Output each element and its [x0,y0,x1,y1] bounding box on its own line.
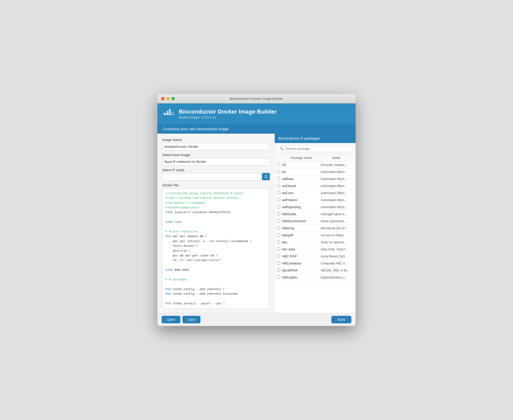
col-detail-header: Detail [321,156,352,160]
left-panel: Image Name: Select base image: Base R no… [157,134,275,313]
pkg-checkbox-cell[interactable] [275,170,282,174]
code-line-8: apt-get install -y --no-install-recommen… [166,239,266,244]
table-row[interactable]: ABCanalysis Computed ABC A... [275,260,356,267]
table-row[interactable]: abbyyR Access to Abbyy ... [275,232,356,239]
pkg-checkbox-cell[interactable] [275,177,282,181]
col-package-header: Package Name [282,156,321,160]
pkg-name: a4Classif [282,184,321,188]
pkg-checkbox[interactable] [277,226,280,230]
pkg-checkbox[interactable] [277,205,280,208]
table-row[interactable]: a4Base Automated Affym... [275,176,356,183]
pkg-checkbox-cell[interactable] [275,261,282,265]
table-row[interactable]: abc.data Data Only: Tools f... [275,246,356,253]
table-row[interactable]: ABAData Averaged gene e... [275,211,356,218]
pkg-name: A3 [282,163,321,167]
pkg-checkbox-cell[interactable] [275,268,282,273]
table-row[interactable]: a4Core Automated Affym... [275,190,356,197]
pkg-detail: Gene expression ... [321,219,352,223]
table-row[interactable]: abcdeFBA ABCDE_FBA: A-Bi... [275,267,356,274]
pkg-checkbox[interactable] [277,219,280,223]
dockerfile-section: Docker file: # Customized using Jupyter … [162,183,270,309]
pkg-checkbox-cell[interactable] [275,205,282,209]
col-check-header [275,156,282,160]
table-row[interactable]: a4Classif Automated Affym... [275,183,356,190]
code-line-11: gcc && apt-get clean && \ [166,253,266,258]
app-header: Bioconductor Docker Image Builder Docker… [157,103,356,124]
pkg-checkbox[interactable] [277,268,280,272]
search-input[interactable] [285,147,351,151]
save-button[interactable]: Save [182,316,201,323]
pkg-checkbox-cell[interactable] [275,184,282,188]
pkg-checkbox[interactable] [277,191,280,194]
table-row[interactable]: A3 Accurate, Adapta... [275,162,356,169]
pkg-checkbox[interactable] [277,275,280,279]
pkg-checkbox-cell[interactable] [275,212,282,216]
pkg-detail: Tools for Approxi... [321,240,352,244]
pkg-detail: Automated Affym... [321,191,352,195]
pkg-name: ABAData [282,212,321,216]
minimize-button[interactable] [166,97,170,100]
pkg-checkbox[interactable] [277,198,280,201]
right-panel: Bioconductor R packages 🔍 Package Name D… [275,134,356,313]
pkg-checkbox[interactable] [277,240,280,244]
dockerfile-editor[interactable]: # Customized using Jupyter Notebook R St… [162,188,270,309]
pkg-checkbox-cell[interactable] [275,240,282,244]
pkg-detail: Array Based CpG ... [321,255,352,258]
pkg-name: abcdeFBA [282,268,321,272]
pkg-checkbox-cell[interactable] [275,233,282,237]
customize-bar: Customize your own bioconductor image [157,124,356,134]
pkg-checkbox[interactable] [277,170,280,173]
pkg-checkbox-cell[interactable] [275,219,282,223]
table-row[interactable]: a4 Automated Affym... [275,169,356,176]
table-row[interactable]: a4Reporting Automated Affym... [275,204,356,211]
code-line-16: RUN conda config --add channels bioconda [166,292,266,296]
pkg-checkbox[interactable] [277,233,280,237]
table-header: Package Name Detail [275,155,356,162]
bottom-bar: Open Save Build [157,313,356,326]
pkg-checkbox[interactable] [277,261,280,265]
pkg-detail: Implementation o... [321,276,352,279]
pkg-checkbox-cell[interactable] [275,275,282,280]
pkg-checkbox-cell[interactable] [275,254,282,258]
pkg-checkbox-cell[interactable] [275,163,282,167]
code-line-1: # Customized using Jupyter Notebook R St… [166,191,266,201]
pkg-checkbox[interactable] [277,177,280,180]
table-row[interactable]: a4Preproc Automated Affym... [275,197,356,204]
table-row[interactable]: abc Tools for Approxi... [275,239,356,246]
pkg-checkbox[interactable] [277,247,280,251]
code-line-blank5 [166,282,266,287]
image-name-input[interactable] [162,143,270,150]
pkg-checkbox-cell[interactable] [275,191,282,195]
code-line-15: RUN conda config --add channels r [166,287,266,292]
table-row[interactable]: ABAEnrichment Gene expression ... [275,218,356,225]
search-input-wrapper: 🔍 [277,145,353,152]
pkg-checkbox-cell[interactable] [275,226,282,230]
code-line-17: RUN conda install --quiet --yes \ [166,301,266,306]
search-box: 🔍 [275,143,356,155]
pkg-checkbox[interactable] [277,163,280,166]
pkg-checkbox[interactable] [277,184,280,187]
pkg-detail: Automated Affym... [321,205,352,209]
r-script-input[interactable] [162,173,260,181]
base-image-select[interactable]: Base R notebook for Binder [162,158,270,165]
r-script-browse-button[interactable]: ☰ [262,173,270,180]
pkg-checkbox[interactable] [277,254,280,258]
pkg-name: ABAEnrichment [282,219,321,223]
pkg-detail: Computed ABC A... [321,262,352,265]
code-line-blank2 [166,225,266,229]
table-row[interactable]: ABCoptim Implementation o... [275,274,356,281]
table-row[interactable]: ABC.RAP Array Based CpG ... [275,253,356,260]
open-button[interactable]: Open [162,316,180,323]
close-button[interactable] [161,97,164,100]
build-button[interactable]: Build [331,316,351,323]
maximize-button[interactable] [172,97,175,100]
packages-list[interactable]: A3 Accurate, Adapta... a4 Automated Affy… [275,162,356,313]
pkg-checkbox-cell[interactable] [275,198,282,202]
base-image-select-wrapper: Base R notebook for Binder ⌄ [162,158,270,165]
pkg-detail: Automated Affym... [321,198,352,202]
pkg-checkbox[interactable] [277,212,280,215]
pkg-checkbox-cell[interactable] [275,247,282,251]
app-title: Bioconductor Docker Image Builder [179,108,277,115]
dockerfile-label: Docker file: [162,183,270,187]
table-row[interactable]: ABarray Microarray QA an... [275,225,356,232]
